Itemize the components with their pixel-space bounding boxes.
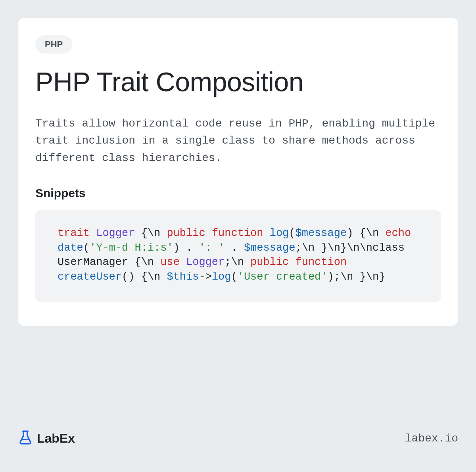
code-token xyxy=(289,256,295,268)
snippets-heading: Snippets xyxy=(35,186,441,200)
code-token: () {\n xyxy=(122,271,167,283)
footer-brand: LabEx xyxy=(37,431,75,446)
language-badge: PHP xyxy=(35,35,72,54)
code-block: trait Logger {\n public function log($me… xyxy=(35,210,441,302)
code-token: createUser xyxy=(58,271,122,283)
code-token: public xyxy=(250,256,289,268)
code-token: $message xyxy=(244,242,296,254)
flask-icon xyxy=(18,430,33,447)
code-token: -> xyxy=(199,271,211,283)
code-token: use xyxy=(160,256,180,268)
content-card: PHP PHP Trait Composition Traits allow h… xyxy=(18,18,458,326)
code-token: 'Y-m-d H:i:s' xyxy=(90,242,173,254)
code-token: $message xyxy=(296,227,347,239)
code-token: Logger xyxy=(186,256,225,268)
code-token: ) . xyxy=(173,242,199,254)
code-token: 'User created' xyxy=(238,271,328,283)
code-token: ': ' xyxy=(199,242,225,254)
code-token: {\n xyxy=(134,227,167,239)
code-token: );\n }\n} xyxy=(328,271,386,283)
code-token: Logger xyxy=(96,227,134,239)
page-title: PHP Trait Composition xyxy=(35,67,441,97)
footer: LabEx labex.io xyxy=(18,430,458,447)
code-token xyxy=(90,227,96,239)
code-token: $this xyxy=(167,271,199,283)
code-token: ) {\n xyxy=(347,227,385,239)
code-token: log xyxy=(270,227,289,239)
code-token: trait xyxy=(58,227,90,239)
code-token: ( xyxy=(83,242,90,254)
code-token xyxy=(205,227,212,239)
code-token: date xyxy=(58,242,83,254)
code-token: public xyxy=(167,227,205,239)
code-token: function xyxy=(212,227,263,239)
code-token: . xyxy=(225,242,244,254)
footer-url: labex.io xyxy=(405,432,458,445)
code-token xyxy=(263,227,270,239)
description-text: Traits allow horizontal code reuse in PH… xyxy=(35,115,441,167)
code-token xyxy=(180,256,186,268)
footer-logo: LabEx xyxy=(18,430,75,447)
code-token: log xyxy=(212,271,231,283)
code-token: ( xyxy=(231,271,237,283)
code-token: function xyxy=(296,256,347,268)
code-token: ( xyxy=(289,227,295,239)
code-token: ;\n xyxy=(225,256,250,268)
code-token: echo xyxy=(385,227,411,239)
